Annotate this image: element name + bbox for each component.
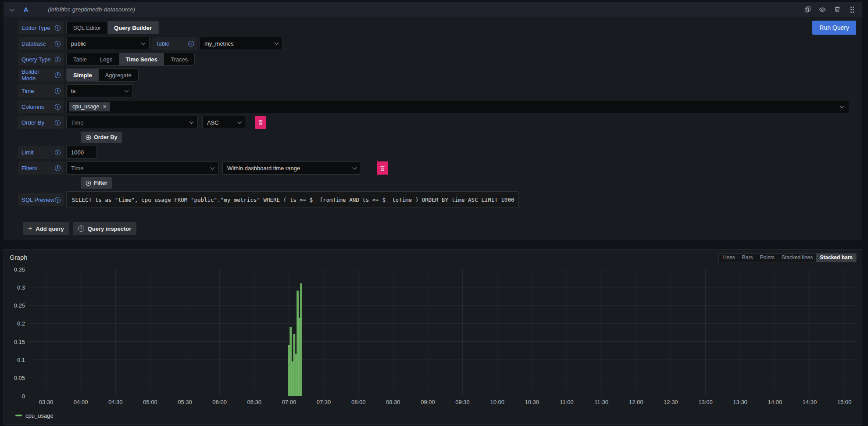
query-row-header[interactable]: A (info8fcc-greptimedb-datasource) [4, 2, 862, 17]
option-stacked-bars[interactable]: Stacked bars [816, 254, 856, 262]
filter-condition-select[interactable]: Within dashboard time range [222, 161, 361, 175]
info-icon[interactable]: i [188, 41, 194, 47]
chevron-down-icon [189, 119, 194, 124]
info-icon[interactable]: i [55, 41, 61, 47]
sql-preview-label: SQL Preview i [18, 193, 64, 206]
filters-label: Filters i [18, 161, 64, 175]
toggle-visibility-icon[interactable] [818, 6, 826, 14]
option-time-series[interactable]: Time Series [119, 53, 164, 65]
legend-series-name[interactable]: cpu_usage [25, 412, 54, 419]
filter-field-select[interactable]: Time [66, 161, 219, 175]
row-columns: Columns i cpu_usage ✕ [18, 100, 856, 113]
y-tick-label: 0.1 [17, 357, 25, 363]
info-icon[interactable]: i [55, 197, 61, 203]
info-circle-icon: i [78, 226, 84, 232]
x-tick-label: 09:00 [421, 399, 435, 405]
trash-icon [258, 120, 263, 125]
row-editor-type: Editor Type i SQL EditorQuery Builder [18, 21, 856, 34]
info-icon[interactable]: i [55, 88, 61, 94]
duplicate-query-icon[interactable] [804, 6, 811, 14]
delete-order-by-button[interactable] [255, 116, 266, 129]
sql-preview-box[interactable]: SELECT ts as "time", cpu_usage FROM "pub… [66, 191, 519, 208]
option-sql-editor[interactable]: SQL Editor [67, 21, 107, 34]
x-tick-label: 08:30 [386, 399, 400, 405]
order-direction-select[interactable]: ASC [202, 116, 246, 129]
close-icon[interactable]: ✕ [103, 104, 107, 110]
chevron-down-icon [353, 165, 357, 169]
x-tick-label: 09:30 [455, 399, 470, 405]
option-table[interactable]: Table [67, 53, 93, 65]
add-query-button[interactable]: + Add query [23, 222, 69, 235]
editor-footer-actions: + Add query i Query inspector [23, 222, 856, 235]
panel-title[interactable]: Graph [10, 254, 27, 261]
draw-mode-radio-group[interactable]: LinesBarsPointsStacked linesStacked bars [718, 253, 857, 262]
option-aggregate[interactable]: Aggregate [99, 69, 138, 81]
legend: cpu_usage [15, 410, 862, 421]
row-order-by: Order By i Time ASC [18, 116, 856, 129]
builder-mode-label: Builder Mode i [18, 68, 64, 82]
option-traces[interactable]: Traces [164, 53, 194, 65]
info-icon[interactable]: i [55, 25, 61, 31]
time-select[interactable]: ts [66, 84, 133, 97]
graph-panel: Graph LinesBarsPointsStacked linesStacke… [4, 249, 862, 425]
drag-handle-icon[interactable] [848, 6, 856, 14]
option-query-builder[interactable]: Query Builder [107, 21, 158, 34]
row-query-type: Query Type i TableLogsTime SeriesTraces [18, 53, 856, 66]
chevron-down-icon [840, 104, 844, 108]
query-editor-section: A (info8fcc-greptimedb-datasource) Run Q… [4, 2, 862, 240]
info-icon[interactable]: i [55, 57, 61, 62]
x-tick-label: 04:00 [74, 399, 88, 405]
x-tick-label: 14:00 [768, 399, 782, 405]
option-logs[interactable]: Logs [93, 53, 119, 65]
x-tick-label: 11:30 [594, 399, 608, 405]
x-tick-label: 12:00 [629, 399, 643, 405]
x-tick-label: 05:30 [178, 399, 192, 405]
run-query-button[interactable]: Run Query [812, 21, 856, 35]
info-icon[interactable]: i [55, 150, 61, 155]
plus-icon: + [28, 225, 32, 233]
plot-area[interactable] [29, 269, 856, 396]
editor-type-radio-group[interactable]: SQL EditorQuery Builder [66, 21, 159, 34]
x-tick-label: 05:00 [143, 399, 157, 405]
delete-query-icon[interactable] [833, 6, 841, 14]
x-tick-label: 10:30 [525, 399, 539, 405]
limit-input[interactable] [66, 146, 97, 159]
builder-mode-radio-group[interactable]: SimpleAggregate [66, 68, 139, 82]
column-chip[interactable]: cpu_usage ✕ [69, 102, 110, 111]
query-ref-id[interactable]: A [24, 6, 28, 13]
chevron-down-icon [125, 88, 129, 92]
database-select[interactable]: public [66, 37, 150, 50]
table-select[interactable]: my_metrics [200, 37, 283, 50]
y-tick-label: 0.05 [14, 375, 25, 381]
option-points[interactable]: Points [757, 254, 778, 262]
add-order-by-button[interactable]: Order By [81, 132, 122, 143]
option-lines[interactable]: Lines [719, 254, 739, 262]
row-add-order-by: Order By [18, 132, 856, 143]
legend-series-color[interactable] [15, 415, 22, 416]
query-inspector-button[interactable]: i Query inspector [73, 222, 137, 235]
x-tick-label: 07:00 [282, 399, 296, 405]
row-filters: Filters i Time Within dashboard time ran… [18, 161, 856, 175]
delete-filter-button[interactable] [377, 161, 388, 175]
x-tick-label: 13:00 [698, 399, 713, 405]
info-icon[interactable]: i [55, 165, 61, 171]
graph-panel-header: Graph LinesBarsPointsStacked linesStacke… [4, 250, 862, 264]
info-icon[interactable]: i [55, 120, 61, 125]
y-tick-label: 0.15 [14, 339, 25, 345]
row-sql-preview: SQL Preview i SELECT ts as "time", cpu_u… [18, 191, 856, 208]
option-simple[interactable]: Simple [67, 69, 99, 81]
order-by-field-select[interactable]: Time [66, 116, 198, 129]
query-type-radio-group[interactable]: TableLogsTime SeriesTraces [66, 53, 195, 66]
info-icon[interactable]: i [55, 72, 61, 78]
option-bars[interactable]: Bars [739, 254, 757, 262]
info-icon[interactable]: i [55, 104, 61, 110]
add-filter-button[interactable]: Filter [81, 177, 112, 189]
collapse-chevron-icon[interactable] [10, 6, 14, 11]
x-axis-labels: 03:3004:0004:3005:0005:3006:0006:3007:00… [29, 399, 856, 409]
x-tick-label: 04:30 [108, 399, 123, 405]
option-stacked-lines[interactable]: Stacked lines [778, 254, 816, 262]
columns-multiselect[interactable]: cpu_usage ✕ [66, 100, 849, 113]
chevron-down-icon [275, 40, 279, 45]
y-tick-label: 0.25 [14, 302, 25, 309]
x-tick-label: 12:30 [664, 399, 678, 405]
